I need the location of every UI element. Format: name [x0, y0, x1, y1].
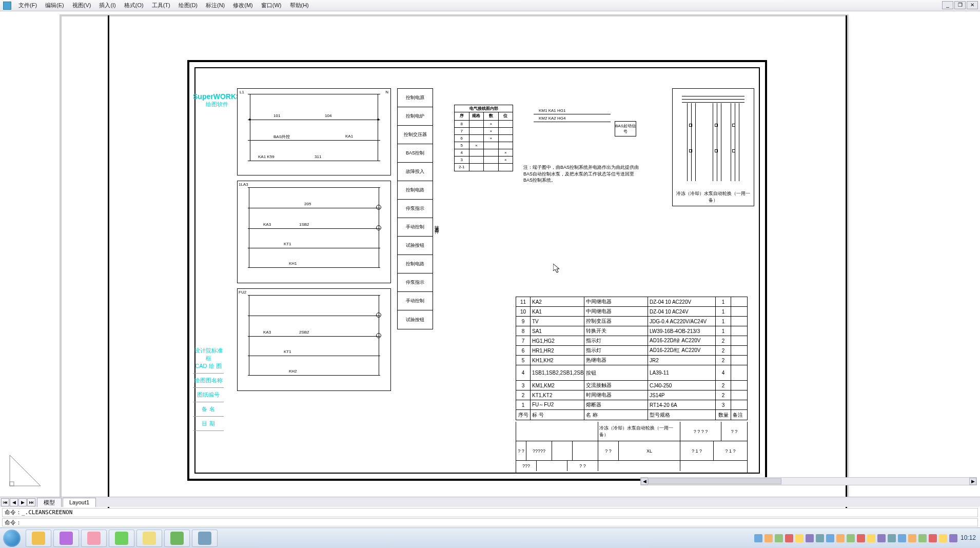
tab-last-button[interactable]: ⏭	[27, 498, 35, 506]
taskbar-app[interactable]	[192, 530, 218, 547]
svg-marker-0	[10, 455, 41, 486]
power-caption: 冷冻（冷却）水泵自动轮换（一用一备）	[673, 190, 754, 204]
tab-first-button[interactable]: ⏮	[1, 498, 9, 506]
tray-icon[interactable]	[929, 534, 937, 542]
tab-model[interactable]: 模型	[37, 498, 62, 507]
bom-row: 5KH1,KH2热继电器JR22	[516, 356, 747, 365]
switch-table-title: 电气接线图内部	[455, 105, 513, 112]
panel-cell: 控制交压器	[398, 126, 433, 144]
tray-icon[interactable]	[888, 534, 896, 542]
taskbar-app[interactable]	[26, 530, 51, 547]
taskbar-app[interactable]	[53, 530, 79, 547]
taskbar-app[interactable]	[109, 530, 134, 547]
app-icon	[87, 532, 101, 545]
side-cad-label: 设计院标准框 CAD 绘 图	[193, 344, 224, 374]
minimize-button[interactable]: _	[942, 1, 953, 9]
bom-row: 3KM1,KM2交流接触器CJ40-2502	[516, 381, 747, 390]
tab-layout1[interactable]: Layout1	[63, 498, 96, 507]
app-icon	[143, 532, 156, 545]
menu-window[interactable]: 窗口(W)	[257, 2, 286, 9]
tray-icon[interactable]	[785, 534, 793, 542]
menu-format[interactable]: 格式(O)	[120, 2, 148, 9]
tray-icon[interactable]	[836, 534, 845, 542]
menu-draw[interactable]: 绘图(D)	[174, 2, 202, 9]
tray-icon[interactable]	[847, 534, 855, 542]
schem-block-2: 1LA3 205 KA31SB2 KT1KH1	[237, 181, 391, 283]
menu-tools[interactable]: 工具(T)	[148, 2, 174, 9]
panel-column: 控制电源控制电炉控制交压器BAS控制故障投入控制电路停泵指示手动控制试验按钮控制…	[397, 88, 433, 329]
side-item-date: 日 期	[193, 417, 224, 431]
bom-row: 41SB1,1SB2,2SB1,2SB2按钮LA39-114	[516, 365, 747, 381]
menu-file[interactable]: 文件(F)	[14, 2, 41, 9]
tray-icon[interactable]	[816, 534, 824, 542]
panel-cell: 控制电炉	[398, 107, 433, 126]
panel-cell: 故障投入	[398, 163, 433, 181]
tab-next-button[interactable]: ▶	[18, 498, 27, 506]
tray-icon[interactable]	[754, 534, 762, 542]
panel-cell: 停泵指示	[398, 273, 433, 292]
menu-help[interactable]: 帮助(H)	[286, 2, 313, 9]
command-area: 命令：_.CLEANSCREENON 命令：	[0, 507, 980, 527]
layout-tabs: ⏮ ◀ ▶ ⏭ 模型 Layout1 ◀ ▶	[0, 497, 980, 507]
paper-guide-right	[846, 15, 847, 512]
drawing-area[interactable]: SuperWORKS 绘图软件 设计院标准框 CAD 绘 图 绘图图名称 图纸编…	[0, 11, 980, 519]
tray-icon[interactable]	[877, 534, 886, 542]
tray-icon[interactable]	[908, 534, 916, 542]
panel-cell: BAS控制	[398, 144, 433, 163]
panel-side-label: 技 术 条 件	[434, 222, 440, 226]
bom-row: 6HR1,HR2指示灯AD16-22D/红 AC220V2	[516, 346, 747, 356]
title-project: 冷冻（冷却）水泵自动轮换（一用一备）	[598, 422, 680, 441]
panel-cell: 控制电路	[398, 255, 433, 273]
title-block: 冷冻（冷却）水泵自动轮换（一用一备） ? ? ? ? ? ? ? ? ?????…	[516, 422, 748, 473]
tray-icon[interactable]	[765, 534, 773, 542]
tray-icon[interactable]	[857, 534, 865, 542]
close-button[interactable]: ✕	[967, 1, 978, 9]
system-tray: 10:12	[754, 534, 980, 542]
taskbar-app[interactable]	[136, 530, 162, 547]
side-item-number: 图纸编号	[193, 388, 224, 402]
tray-icon[interactable]	[898, 534, 906, 542]
tray-icon[interactable]	[918, 534, 927, 542]
tray-icon[interactable]	[795, 534, 803, 542]
bom-table: 11KA2中间继电器DZ-04 10 AC220V110KA1中间继电器DZ-0…	[516, 297, 748, 420]
side-item-name: 备 名	[193, 402, 224, 417]
bom-row: 9TV控制变压器JDG-0.4 AC220V/AC24V1	[516, 317, 747, 326]
app-icon	[32, 532, 45, 545]
menu-view[interactable]: 视图(V)	[68, 2, 95, 9]
start-button[interactable]	[0, 528, 24, 549]
scroll-thumb[interactable]	[648, 478, 781, 484]
side-panel: 设计院标准框 CAD 绘 图 绘图图名称 图纸编号 备 名 日 期	[193, 344, 224, 431]
bom-row: 2KT1,KT2时间继电器JS14P2	[516, 390, 747, 400]
schem-block-3: FU2 KA32SB2 KT1KH2	[237, 288, 391, 391]
tray-icon[interactable]	[939, 534, 947, 542]
clock[interactable]: 10:12	[961, 535, 976, 541]
power-scheme-box: 冷冻（冷却）水泵自动轮换（一用一备）	[672, 88, 754, 206]
bom-row: 7HG1,HG2指示灯AD16-22D/绿 AC220V2	[516, 336, 747, 346]
tab-nav: ⏮ ◀ ▶ ⏭	[1, 498, 36, 506]
scroll-left-button[interactable]: ◀	[641, 478, 648, 485]
ucs-icon	[7, 453, 43, 488]
app-icon	[198, 532, 211, 545]
paper-space[interactable]: SuperWORKS 绘图软件 设计院标准框 CAD 绘 图 绘图图名称 图纸编…	[0, 11, 980, 519]
bom-row: 1FU～FU2熔断器RT14-20 6A3	[516, 400, 747, 410]
tray-icon[interactable]	[949, 534, 957, 542]
menu-edit[interactable]: 编辑(E)	[41, 2, 68, 9]
taskbar: 10:12	[0, 527, 980, 548]
tray-icon[interactable]	[867, 534, 875, 542]
tray-icon[interactable]	[806, 534, 814, 542]
paper-guide-left	[108, 15, 109, 512]
restore-button[interactable]: ❐	[954, 1, 966, 9]
tray-icon[interactable]	[775, 534, 783, 542]
menu-insert[interactable]: 插入(I)	[95, 2, 120, 9]
h-scrollbar[interactable]: ◀ ▶	[640, 477, 977, 485]
menu-dimension[interactable]: 标注(N)	[202, 2, 229, 9]
tab-prev-button[interactable]: ◀	[10, 498, 18, 506]
taskbar-app[interactable]	[81, 530, 107, 547]
switch-table: 电气接线图内部序规格数位8×7×6×5×4×3×2-1	[454, 105, 513, 171]
panel-cell: 试验按钮	[398, 310, 433, 329]
scroll-right-button[interactable]: ▶	[969, 478, 976, 485]
taskbar-app[interactable]	[164, 530, 190, 547]
command-input[interactable]: 命令：	[2, 518, 978, 526]
tray-icon[interactable]	[826, 534, 834, 542]
menu-modify[interactable]: 修改(M)	[229, 2, 257, 9]
